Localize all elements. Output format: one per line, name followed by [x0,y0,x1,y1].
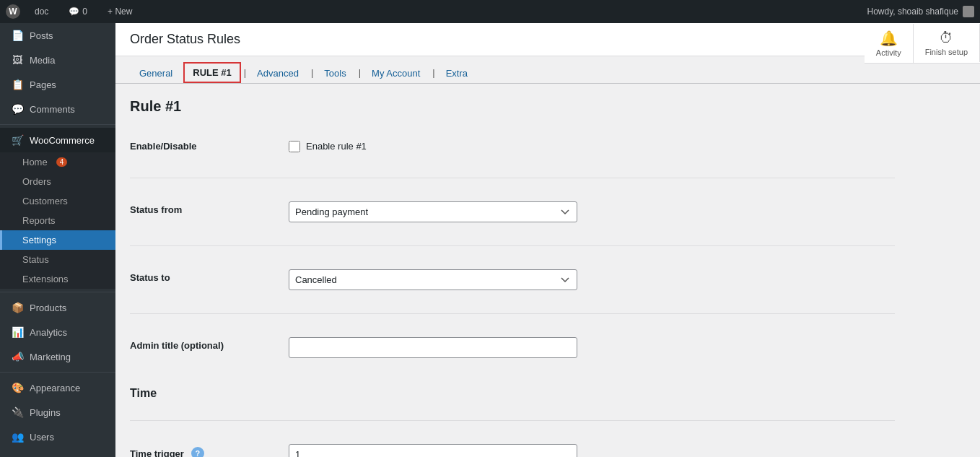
status-to-row: Status to Cancelled Processing On hold C… [130,261,895,299]
status-from-row: Status from Pending payment Processing O… [130,193,895,231]
sidebar: 📄 Posts 🖼 Media 📋 Pages 💬 Comments 🛒 Woo… [0,23,115,457]
avatar [963,6,974,17]
sidebar-item-comments[interactable]: 💬 Comments [0,97,115,121]
sidebar-item-home[interactable]: Home 4 [0,152,115,172]
comment-icon: 💬 [69,6,79,17]
status-from-label: Status from [130,204,182,215]
sidebar-item-users[interactable]: 👥 Users [0,425,115,449]
time-trigger-label: Time trigger [130,448,184,458]
time-section-heading: Time [130,381,895,400]
sidebar-item-appearance[interactable]: 🎨 Appearance [0,375,115,400]
comments-link[interactable]: 💬 0 [63,0,93,23]
sidebar-item-media[interactable]: 🖼 Media [0,48,115,72]
finish-setup-icon: ⏱ [939,30,953,46]
sidebar-item-products[interactable]: 📦 Products [0,295,115,320]
sidebar-item-plugins[interactable]: 🔌 Plugins [0,400,115,425]
comments-icon: 💬 [11,103,24,116]
tab-extra[interactable]: Extra [437,63,477,83]
status-to-select[interactable]: Cancelled Processing On hold Completed R… [289,269,577,290]
rule-title: Rule #1 [130,98,895,115]
sidebar-item-pages[interactable]: 📋 Pages [0,72,115,97]
sidebar-item-reports[interactable]: Reports [0,211,115,230]
howdy-text: Howdy, shoaib shafique [867,6,974,17]
status-from-select[interactable]: Pending payment Processing On hold Compl… [289,201,577,222]
analytics-icon: 📊 [11,326,24,339]
sidebar-item-status[interactable]: Status [0,250,115,269]
page-header: Order Status Rules 🔔 Activity ⏱ Finish s… [115,23,980,56]
activity-button[interactable]: 🔔 Activity [865,24,914,63]
time-trigger-help-icon[interactable]: ? [191,447,204,457]
sidebar-item-customers[interactable]: Customers [0,191,115,211]
enable-rule-checkbox[interactable] [289,141,300,152]
admin-bar: W doc 💬 0 + New Howdy, shoaib shafique [0,0,980,23]
tab-general[interactable]: General [130,63,182,83]
appearance-icon: 🎨 [11,381,24,394]
media-icon: 🖼 [11,53,24,66]
sidebar-item-marketing[interactable]: 📣 Marketing [0,344,115,369]
content-area: Rule #1 Enable/Disable Enable rule #1 [115,84,909,457]
site-name[interactable]: doc [29,0,54,23]
admin-title-label: Admin title (optional) [130,340,224,351]
wp-logo[interactable]: W [6,4,20,19]
sidebar-item-posts[interactable]: 📄 Posts [0,23,115,48]
sidebar-item-settings[interactable]: Settings [0,230,115,250]
time-form-table: Time trigger ? hour(s) minute(s) [130,406,895,457]
status-to-label: Status to [130,272,170,283]
time-trigger-row: Time trigger ? [130,435,895,457]
products-icon: 📦 [11,301,24,314]
enable-disable-label: Enable/Disable [130,141,196,152]
admin-title-input[interactable] [289,337,577,358]
page-title: Order Status Rules [130,32,240,47]
main-content: Order Status Rules 🔔 Activity ⏱ Finish s… [115,23,980,457]
top-right-actions: 🔔 Activity ⏱ Finish setup [865,23,980,64]
plugins-icon: 🔌 [11,406,24,419]
form-table: Enable/Disable Enable rule #1 Status fro… [130,129,895,367]
time-trigger-input[interactable] [289,444,577,457]
finish-setup-button[interactable]: ⏱ Finish setup [914,24,980,62]
enable-disable-row: Enable/Disable Enable rule #1 [130,129,895,163]
sidebar-item-woocommerce[interactable]: 🛒 WooCommerce [0,128,115,152]
tab-rule1[interactable]: RULE #1 [183,62,240,83]
nav-tabs: General RULE #1 | Advanced | Tools | My … [115,56,980,84]
woocommerce-submenu: Home 4 Orders Customers Reports Settings… [0,152,115,289]
tab-my-account[interactable]: My Account [362,63,429,83]
sidebar-item-analytics[interactable]: 📊 Analytics [0,320,115,344]
pages-icon: 📋 [11,78,24,91]
new-button[interactable]: + New [102,0,138,23]
marketing-icon: 📣 [11,350,24,363]
sidebar-item-extensions[interactable]: Extensions [0,269,115,289]
sidebar-item-orders[interactable]: Orders [0,172,115,191]
posts-icon: 📄 [11,29,24,42]
activity-icon: 🔔 [880,30,898,47]
admin-title-row: Admin title (optional) [130,328,895,367]
tab-tools[interactable]: Tools [315,63,355,83]
users-icon: 👥 [11,430,24,443]
woocommerce-icon: 🛒 [11,134,24,147]
tab-advanced[interactable]: Advanced [248,63,308,83]
enable-rule-label[interactable]: Enable rule #1 [289,141,895,152]
